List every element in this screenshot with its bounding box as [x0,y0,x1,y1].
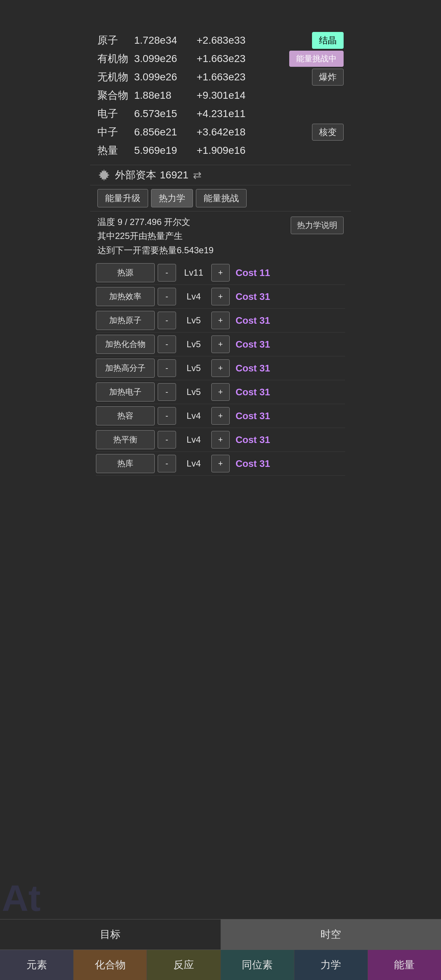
tabs-row: 能量升级 热力学 能量挑战 [90,185,351,212]
upgrade-plus-btn-4[interactable]: + [211,360,230,377]
upgrade-plus-btn-2[interactable]: + [211,312,230,329]
upgrade-name-btn-5[interactable]: 加热电子 [96,382,155,401]
resource-value-neutron: 6.856e21 [134,126,197,138]
nav-btn-reaction[interactable]: 反应 [147,950,220,980]
upgrade-name-btn-8[interactable]: 热库 [96,454,155,473]
bottom-nav-row1: 目标 时空 [0,919,441,950]
upgrade-row-3: 加热化合物 - Lv5 + Cost 31 [96,332,345,356]
external-capital-value: 16921 [160,169,189,181]
bottom-nav-row2: 元素 化合物 反应 同位素 力学 能量 [0,950,441,980]
upgrade-row-5: 加热电子 - Lv5 + Cost 31 [96,380,345,404]
upgrade-level-6: Lv4 [179,411,208,421]
upgrade-cost-8: Cost 31 [236,458,270,469]
info-section: 温度 9 / 277.496 开尔文 其中225开由热量产生 达到下一开需要热量… [90,212,351,261]
nav-btn-compound[interactable]: 化合物 [74,950,147,980]
nav-btn-mechanics[interactable]: 力学 [294,950,368,980]
external-capital-label: 外部资本 [115,168,156,182]
resource-row-heat: 热量 5.969e19 +1.909e16 [97,141,344,160]
upgrade-plus-btn-6[interactable]: + [211,407,230,425]
upgrade-level-8: Lv4 [179,458,208,469]
resource-value-heat: 5.969e19 [134,145,197,156]
resource-row-atom: 原子 1.728e34 +2.683e33 结晶 [97,31,344,49]
resource-name-polymer: 聚合物 [97,89,134,102]
upgrade-name-btn-0[interactable]: 热源 [96,263,155,282]
resource-row-electron: 电子 6.573e15 +4.231e11 [97,105,344,123]
resource-rate-neutron: +3.642e18 [197,126,259,138]
upgrade-plus-btn-5[interactable]: + [211,383,230,401]
nav-btn-spacetime[interactable]: 时空 [221,920,441,950]
resource-rate-polymer: +9.301e14 [197,89,259,101]
upgrade-section: 热源 - Lv11 + Cost 11 加热效率 - Lv4 + Cost 31… [90,261,351,476]
upgrade-cost-1: Cost 31 [236,291,270,302]
crystal-button[interactable]: 结晶 [312,32,344,49]
external-capital-row: 外部资本 16921 ⇄ [90,165,351,185]
upgrade-minus-btn-3[interactable]: - [158,336,176,353]
resource-row-polymer: 聚合物 1.88e18 +9.301e14 [97,86,344,105]
upgrade-plus-btn-0[interactable]: + [211,264,230,282]
upgrade-cost-2: Cost 31 [236,315,270,326]
nav-btn-target[interactable]: 目标 [0,920,221,950]
upgrade-name-btn-1[interactable]: 加热效率 [96,287,155,306]
resource-name-organic: 有机物 [97,52,134,66]
shuffle-icon: ⇄ [193,169,201,181]
upgrade-row-8: 热库 - Lv4 + Cost 31 [96,452,345,476]
resource-name-inorganic: 无机物 [97,70,134,84]
resource-row-organic: 有机物 3.099e26 +1.663e23 能量挑战中 [97,49,344,68]
upgrade-row-1: 加热效率 - Lv4 + Cost 31 [96,285,345,309]
nav-btn-element[interactable]: 元素 [0,950,74,980]
upgrade-minus-btn-6[interactable]: - [158,407,176,425]
resource-value-atom: 1.728e34 [134,35,197,46]
tab-energy-challenge[interactable]: 能量挑战 [196,189,247,207]
upgrade-minus-btn-4[interactable]: - [158,360,176,377]
upgrade-minus-btn-0[interactable]: - [158,264,176,282]
resource-name-electron: 电子 [97,107,134,121]
upgrade-plus-btn-3[interactable]: + [211,336,230,353]
upgrade-cost-3: Cost 31 [236,339,270,350]
upgrade-minus-btn-1[interactable]: - [158,288,176,305]
tab-thermodynamics[interactable]: 热力学 [151,189,193,207]
upgrade-minus-btn-5[interactable]: - [158,383,176,401]
upgrade-name-btn-6[interactable]: 热容 [96,406,155,425]
upgrade-name-btn-4[interactable]: 加热高分子 [96,359,155,378]
nav-btn-isotope[interactable]: 同位素 [221,950,294,980]
resource-rate-electron: +4.231e11 [197,108,259,120]
nuclear-button[interactable]: 核变 [312,124,344,141]
upgrade-plus-btn-8[interactable]: + [211,455,230,473]
resource-name-neutron: 中子 [97,125,134,139]
upgrade-cost-5: Cost 31 [236,387,270,398]
upgrade-cost-4: Cost 31 [236,363,270,374]
upgrade-level-3: Lv5 [179,339,208,349]
temp-info-line3: 达到下一开需要热量6.543e19 [97,243,344,257]
upgrade-row-0: 热源 - Lv11 + Cost 11 [96,261,345,285]
resource-rate-organic: +1.663e23 [197,53,259,65]
resource-rate-heat: +1.909e16 [197,145,259,156]
upgrade-cost-0: Cost 11 [236,267,270,278]
bottom-navigation: 目标 时空 元素 化合物 反应 同位素 力学 能量 [0,919,441,980]
nav-btn-energy[interactable]: 能量 [368,950,441,980]
upgrade-name-btn-2[interactable]: 加热原子 [96,311,155,330]
upgrade-minus-btn-8[interactable]: - [158,455,176,473]
upgrade-plus-btn-1[interactable]: + [211,288,230,305]
thermodynamics-help-button[interactable]: 热力学说明 [291,216,344,234]
upgrade-cost-6: Cost 31 [236,410,270,422]
upgrade-level-5: Lv5 [179,387,208,397]
upgrade-name-btn-3[interactable]: 加热化合物 [96,335,155,354]
resource-row-neutron: 中子 6.856e21 +3.642e18 核变 [97,123,344,141]
explode-button[interactable]: 爆炸 [312,68,344,86]
at-symbol-display: At [2,877,41,920]
resource-section: 原子 1.728e34 +2.683e33 结晶 有机物 3.099e26 +1… [90,27,351,163]
resource-rate-inorganic: +1.663e23 [197,71,259,83]
energy-challenge-button[interactable]: 能量挑战中 [289,51,344,67]
upgrade-minus-btn-7[interactable]: - [158,431,176,449]
upgrade-level-1: Lv4 [179,291,208,302]
upgrade-name-btn-7[interactable]: 热平衡 [96,430,155,449]
resource-value-electron: 6.573e15 [134,108,197,120]
upgrade-minus-btn-2[interactable]: - [158,312,176,329]
tab-energy-upgrade[interactable]: 能量升级 [97,189,148,207]
gear-icon [97,169,110,182]
upgrade-level-0: Lv11 [179,267,208,278]
upgrade-plus-btn-7[interactable]: + [211,431,230,449]
resource-value-polymer: 1.88e18 [134,89,197,101]
resource-rate-atom: +2.683e33 [197,35,259,46]
resource-row-inorganic: 无机物 3.099e26 +1.663e23 爆炸 [97,68,344,86]
